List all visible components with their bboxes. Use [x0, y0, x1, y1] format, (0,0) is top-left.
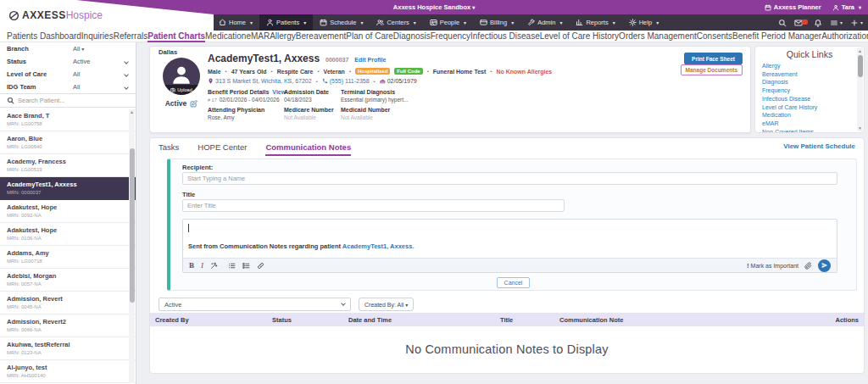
- nav-tab[interactable]: Patients Dashboard: [7, 31, 81, 42]
- messages-icon[interactable]: [794, 19, 803, 27]
- filter-level-of-care[interactable]: Level of Care All: [0, 68, 136, 81]
- nav-tab[interactable]: Patient Charts: [147, 31, 205, 42]
- quick-link[interactable]: Level of Care History: [762, 103, 864, 112]
- patient-list-item[interactable]: Al-junyo, test MRN: AHS00140: [0, 360, 136, 383]
- nav-tab[interactable]: Allergy: [270, 31, 296, 42]
- patient-branch: Dallas: [159, 48, 177, 56]
- numbered-list-button[interactable]: [242, 262, 250, 270]
- recipient-input[interactable]: [182, 172, 837, 185]
- print-face-sheet-button[interactable]: Print Face Sheet: [684, 53, 743, 64]
- quick-link[interactable]: Frequency: [762, 86, 864, 95]
- user-menu[interactable]: Tara: [832, 3, 861, 11]
- mark-important-toggle[interactable]: !Mark as Important: [747, 263, 798, 269]
- filter-branch[interactable]: Branch All: [0, 42, 136, 55]
- quick-link[interactable]: Diagnosis: [762, 78, 864, 86]
- filter-idg-team[interactable]: IDG Team All: [0, 81, 136, 93]
- nav-tab[interactable]: Diagnosis: [393, 31, 431, 42]
- patient-list-item[interactable]: Adakutest, Hope MRN: 0106-NA: [0, 223, 136, 246]
- nav-tab[interactable]: Inquiries: [81, 31, 114, 42]
- notes-status-filter-select[interactable]: Active: [159, 298, 351, 311]
- attachment-paperclip-icon[interactable]: [804, 262, 812, 270]
- menu-schedule[interactable]: Schedule: [313, 14, 370, 31]
- patient-list-item[interactable]: AcademyTest1, Axxess MRN: 0000037: [0, 177, 136, 200]
- scrollbar-thumb[interactable]: [858, 55, 863, 77]
- nav-tab[interactable]: Infectious Disease: [470, 31, 540, 42]
- quick-link[interactable]: Allergy: [762, 62, 864, 70]
- quick-link[interactable]: Bereavement: [762, 70, 864, 79]
- view-patient-schedule-link[interactable]: View Patient Schedule: [783, 142, 855, 150]
- nav-tab[interactable]: Level of Care History: [540, 31, 619, 42]
- note-body-text: Sent from Communication Notes regarding …: [188, 242, 414, 250]
- nav-tab[interactable]: Medication: [205, 31, 246, 42]
- patient-list-item[interactable]: Aaron, Blue MRN: LG00640: [0, 131, 136, 154]
- patient-list-item[interactable]: Addams, Amy MRN: LG00718: [0, 246, 136, 269]
- nav-tab[interactable]: Bereavement: [296, 31, 346, 42]
- template-wand-button[interactable]: [210, 262, 218, 270]
- chart-tab[interactable]: HOPE Center: [198, 138, 247, 156]
- patient-mrn: MRN: 0092-NA: [7, 213, 129, 218]
- quick-link[interactable]: Medication: [762, 111, 864, 120]
- patient-list-item[interactable]: Admission, Revert MRN: 0045-NA: [0, 292, 136, 314]
- search-icon[interactable]: [778, 19, 787, 27]
- important-exclamation: !: [747, 263, 748, 269]
- menu-centers[interactable]: Centers: [370, 14, 422, 31]
- menu-list-icon[interactable]: [830, 19, 843, 27]
- notifications-bell-icon[interactable]: [814, 19, 822, 27]
- patient-list-item[interactable]: Adakutest, Hope MRN: 0092-NA: [0, 200, 136, 223]
- axxess-planner-link[interactable]: Axxess Planner: [765, 3, 821, 11]
- menu-admin[interactable]: Admin: [520, 14, 569, 31]
- patient-list-item[interactable]: Akuhwa, testReferral MRN: 0123-NA: [0, 337, 136, 360]
- nav-tab[interactable]: Consents: [697, 31, 732, 42]
- nav-tab[interactable]: Benefit Period Manager: [732, 31, 821, 42]
- nav-tab[interactable]: Referrals: [114, 31, 148, 42]
- nav-tab[interactable]: Authorizations: [821, 31, 868, 42]
- medicare-number-field: Medicare Number Not Available: [284, 107, 341, 120]
- patient-list-item[interactable]: Adebisi, Morgan MRN: 0057-NA: [0, 269, 136, 292]
- edit-status-icon[interactable]: [190, 100, 198, 108]
- quick-link[interactable]: Infectious Disease: [762, 95, 864, 103]
- patient-list-item[interactable]: Admission, Revert2 MRN: 0066-NA: [0, 314, 136, 337]
- patient-phone-link[interactable]: (555) 111-2358: [322, 78, 370, 84]
- nav-tab[interactable]: Frequency: [431, 31, 470, 42]
- patient-address-link[interactable]: 313 S Market St, Wichita, KS, 67202: [208, 78, 312, 84]
- quick-link[interactable]: Non-Covered Items: [762, 128, 864, 133]
- patient-list-item[interactable]: Academy, Francess MRN: LG00519: [0, 154, 136, 177]
- quick-link[interactable]: eMAR: [762, 120, 864, 128]
- created-by-filter[interactable]: Created By: All: [359, 298, 414, 311]
- note-body-editor[interactable]: Sent from Communication Notes regarding …: [182, 219, 837, 273]
- add-new-icon[interactable]: [850, 19, 863, 27]
- menu-home[interactable]: Home: [212, 14, 259, 31]
- scroll-up-arrow-icon[interactable]: ▲: [857, 48, 863, 53]
- quick-links-scrollbar[interactable]: ▲ ▼: [857, 47, 863, 131]
- patient-list-item[interactable]: Aace Brand, T MRN: LG00758: [0, 109, 136, 131]
- scroll-up-arrow-icon[interactable]: ▲: [129, 109, 135, 114]
- note-patient-link[interactable]: AcademyTest1, Axxess.: [342, 242, 415, 250]
- nav-tab[interactable]: Plan of Care: [346, 31, 393, 42]
- cancel-button[interactable]: Cancel: [497, 277, 531, 288]
- italic-button[interactable]: I: [201, 261, 203, 270]
- sandbox-title-dropdown[interactable]: Axxess Hospice Sandbox: [393, 0, 475, 15]
- scroll-down-arrow-icon[interactable]: ▼: [857, 125, 863, 131]
- filter-status[interactable]: Status Active: [0, 55, 136, 68]
- nav-tab[interactable]: Orders Management: [619, 31, 697, 42]
- patient-mrn: MRN: LG00718: [7, 259, 129, 264]
- insert-link-button[interactable]: [257, 262, 264, 270]
- menu-patients[interactable]: Patients: [259, 14, 313, 31]
- menu-billing[interactable]: Billing: [473, 14, 520, 31]
- chart-tab[interactable]: Communication Notes: [265, 138, 351, 156]
- scrollbar-thumb[interactable]: [130, 148, 135, 303]
- bullet-list-button[interactable]: [228, 262, 236, 270]
- send-note-button[interactable]: [818, 259, 831, 272]
- patient-search-input[interactable]: [18, 97, 129, 104]
- menu-help[interactable]: Help: [622, 14, 665, 31]
- edit-profile-link[interactable]: Edit Profile: [354, 57, 386, 63]
- menu-people[interactable]: People: [423, 14, 473, 31]
- upload-photo-button[interactable]: Upload: [163, 85, 200, 95]
- bold-button[interactable]: B: [189, 261, 194, 270]
- menu-reports[interactable]: Reports: [569, 14, 621, 31]
- nav-tab[interactable]: eMAR: [246, 31, 270, 42]
- sidebar-scrollbar[interactable]: ▲: [129, 109, 135, 383]
- chart-tab[interactable]: Tasks: [159, 138, 179, 156]
- title-input[interactable]: [182, 199, 565, 212]
- manage-documents-button[interactable]: Manage Documents: [681, 64, 743, 75]
